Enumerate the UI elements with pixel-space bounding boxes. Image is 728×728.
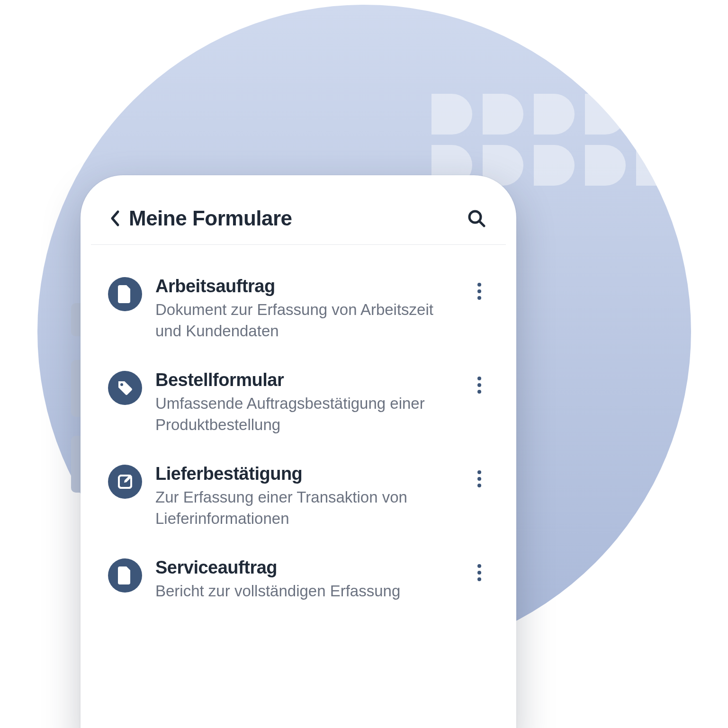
- list-item[interactable]: Serviceauftrag Bericht zur vollständigen…: [102, 543, 494, 616]
- list-item-title: Arbeitsauftrag: [155, 276, 457, 297]
- forms-list: Arbeitsauftrag Dokument zur Erfassung vo…: [91, 245, 506, 616]
- decorative-pattern: [431, 94, 677, 186]
- list-item[interactable]: Lieferbestätigung Zur Erfassung einer Tr…: [102, 449, 494, 543]
- list-item-description: Dokument zur Erfassung von Arbeitszeit u…: [155, 299, 457, 342]
- more-vertical-icon: [477, 282, 482, 301]
- svg-point-15: [477, 577, 481, 581]
- page-title: Meine Formulare: [129, 207, 292, 230]
- phone-button-nub: [71, 436, 81, 493]
- list-item-description: Umfassende Auftragsbestätigung einer Pro…: [155, 393, 457, 435]
- svg-point-10: [477, 470, 481, 474]
- svg-point-3: [477, 289, 481, 293]
- svg-point-7: [477, 383, 481, 387]
- svg-point-11: [477, 477, 481, 481]
- phone-button-nub: [71, 303, 81, 336]
- svg-point-4: [477, 296, 481, 300]
- svg-point-13: [477, 564, 481, 568]
- list-item-body: Lieferbestätigung Zur Erfassung einer Tr…: [155, 464, 457, 529]
- document-icon: [108, 277, 142, 311]
- svg-point-6: [477, 377, 481, 380]
- back-button[interactable]: [105, 209, 124, 228]
- list-item-description: Zur Erfassung einer Transaktion von Lief…: [155, 487, 457, 529]
- svg-point-2: [477, 283, 481, 287]
- list-item[interactable]: Arbeitsauftrag Dokument zur Erfassung vo…: [102, 262, 494, 356]
- more-button[interactable]: [470, 559, 489, 586]
- more-button[interactable]: [470, 466, 489, 492]
- list-item-body: Arbeitsauftrag Dokument zur Erfassung vo…: [155, 276, 457, 342]
- svg-point-8: [477, 390, 481, 394]
- document-icon: [108, 558, 142, 593]
- search-icon: [467, 209, 486, 228]
- phone-frame: Meine Formulare Arbeitsauftrag Dokument …: [81, 175, 516, 728]
- app-header: Meine Formulare: [91, 186, 506, 245]
- list-item-title: Serviceauftrag: [155, 557, 457, 578]
- list-item-title: Lieferbestätigung: [155, 464, 457, 484]
- list-item-body: Bestellformular Umfassende Auftragsbestä…: [155, 370, 457, 435]
- list-item[interactable]: Bestellformular Umfassende Auftragsbestä…: [102, 356, 494, 449]
- edit-icon: [108, 465, 142, 499]
- more-vertical-icon: [477, 469, 482, 488]
- search-button[interactable]: [465, 207, 488, 230]
- more-button[interactable]: [470, 278, 489, 305]
- more-vertical-icon: [477, 376, 482, 395]
- svg-point-12: [477, 484, 481, 487]
- list-item-title: Bestellformular: [155, 370, 457, 390]
- list-item-description: Bericht zur vollständigen Erfassung: [155, 581, 457, 602]
- tag-icon: [108, 371, 142, 405]
- svg-point-5: [120, 383, 123, 386]
- chevron-left-icon: [109, 210, 120, 227]
- svg-line-1: [480, 222, 484, 226]
- svg-point-14: [477, 571, 481, 575]
- more-button[interactable]: [470, 372, 489, 398]
- more-vertical-icon: [477, 563, 482, 582]
- phone-button-nub: [71, 360, 81, 417]
- list-item-body: Serviceauftrag Bericht zur vollständigen…: [155, 557, 457, 602]
